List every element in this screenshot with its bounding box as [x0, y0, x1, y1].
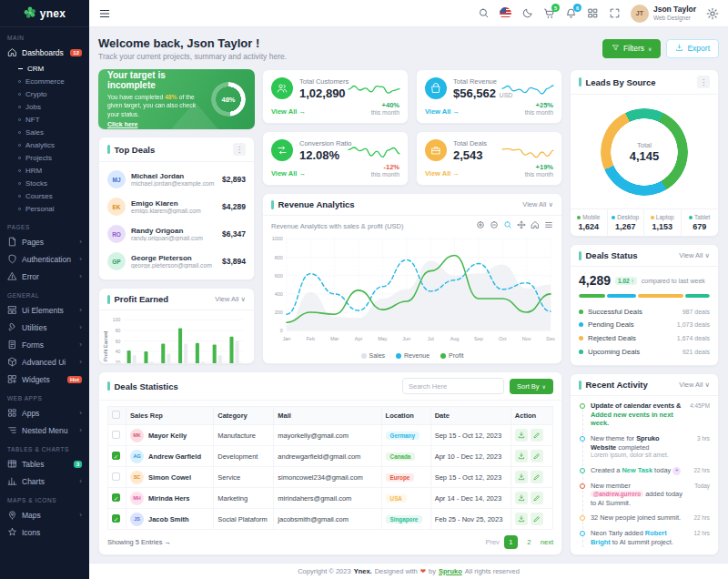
row-checkbox[interactable]: ✓	[112, 493, 120, 502]
us-flag-icon[interactable]	[500, 7, 511, 19]
fullscreen-icon[interactable]	[609, 7, 621, 19]
sidebar-item-ui-elements[interactable]: Ui Elements›	[0, 301, 89, 319]
sidebar-subitem-projects[interactable]: Projects	[0, 151, 89, 164]
sidebar-item-apps[interactable]: Apps›	[0, 404, 89, 422]
zoom-out-icon[interactable]	[490, 220, 499, 231]
click-here-link[interactable]: Click here	[107, 121, 137, 127]
download-button[interactable]	[515, 429, 528, 442]
row-checkbox[interactable]: ✓	[112, 452, 120, 460]
logo[interactable]: ynex	[0, 0, 89, 27]
activity-item[interactable]: 4:45PMUpdate of calendar events & Added …	[580, 401, 710, 434]
pagination-page-1[interactable]: 1	[504, 535, 518, 549]
apps-grid-icon[interactable]	[587, 7, 599, 19]
sidebar-item-widgets[interactable]: WidgetsHot	[0, 371, 89, 388]
legend-item-profit[interactable]: Profit	[440, 352, 463, 359]
activity-item[interactable]: TodayNew member @andrew.gurrero added to…	[580, 482, 710, 514]
download-button[interactable]	[515, 450, 528, 462]
download-button[interactable]	[515, 513, 528, 525]
view-all-link[interactable]: View All →	[271, 107, 306, 116]
top-deal-row[interactable]: GPGeorge Pietersongeorge.pieterson@gmail…	[107, 248, 246, 275]
moon-icon[interactable]	[521, 7, 533, 19]
top-deal-row[interactable]: RORandy Origoanrandy.origoan@gmail.com$6…	[107, 220, 246, 248]
profile-menu[interactable]: JT Json Taylor Web Designer	[631, 5, 696, 23]
view-all-link[interactable]: View All →	[271, 169, 306, 178]
sidebar-subitem-crm[interactable]: CRM	[0, 62, 89, 75]
column-header-sales-rep[interactable]: Sales Rep	[126, 407, 214, 425]
sidebar-item-utilities[interactable]: Utilities›	[0, 319, 89, 336]
sidebar-item-advanced-ui[interactable]: Advanced Ui›	[0, 353, 89, 371]
row-checkbox[interactable]	[112, 472, 120, 481]
profit-view-all[interactable]: View All ∨	[215, 295, 246, 303]
edit-button[interactable]	[531, 429, 543, 442]
column-header-date[interactable]: Date	[430, 407, 511, 425]
sidebar-item-authentication[interactable]: Authentication›	[0, 250, 89, 268]
edit-button[interactable]	[531, 471, 543, 483]
hamburger-icon[interactable]	[98, 7, 111, 20]
row-checkbox[interactable]	[112, 431, 120, 439]
sidebar-subitem-personal[interactable]: Personal	[0, 202, 89, 215]
gear-icon[interactable]	[706, 7, 719, 20]
pagination-prev[interactable]: Prev	[485, 538, 499, 546]
activity-item[interactable]: 3 hrsNew theme for Spruko Website comple…	[580, 434, 710, 466]
sort-by-button[interactable]: Sort By∨	[510, 379, 553, 394]
sidebar-item-forms[interactable]: Forms›	[0, 336, 89, 353]
reset-home-icon[interactable]	[531, 220, 540, 231]
activity-item[interactable]: 12 hrsNeon Tarly added Robert Bright to …	[580, 529, 710, 553]
export-button[interactable]: Export	[666, 39, 719, 58]
row-checkbox[interactable]: ✓	[112, 514, 120, 523]
sidebar-item-error[interactable]: Error›	[0, 268, 89, 285]
footer-designer-link[interactable]: Spruko	[439, 567, 462, 575]
select-all-checkbox[interactable]	[108, 407, 126, 425]
sidebar-subitem-stocks[interactable]: Stocks	[0, 177, 89, 189]
sidebar-item-charts[interactable]: Charts›	[0, 472, 89, 490]
top-deal-row[interactable]: MJMichael Jordanmichael.jordan@example.c…	[107, 166, 246, 193]
view-all-link[interactable]: View All →	[425, 169, 460, 178]
column-header-action[interactable]: Action	[511, 407, 552, 425]
activity-item[interactable]: 22 hrs32 New people joined summit.	[580, 513, 710, 529]
download-button[interactable]	[515, 492, 528, 504]
chart-menu-icon[interactable]	[544, 220, 553, 231]
sidebar-subitem-hrm[interactable]: HRM	[0, 164, 89, 177]
sidebar-subitem-crypto[interactable]: Crypto	[0, 87, 89, 100]
pagination-next[interactable]: next	[541, 538, 553, 546]
bell-icon[interactable]: 6	[565, 7, 577, 19]
activity-view-all[interactable]: View All ∨	[679, 381, 710, 389]
column-header-location[interactable]: Location	[381, 407, 430, 425]
search-icon[interactable]	[478, 7, 490, 19]
sidebar-item-tables[interactable]: Tables3	[0, 455, 89, 472]
view-all-link[interactable]: View All →	[425, 107, 460, 116]
deals-status-view-all[interactable]: View All ∨	[679, 251, 710, 259]
download-button[interactable]	[515, 471, 528, 483]
filters-button[interactable]: Filters ∨	[602, 39, 662, 58]
sidebar-subitem-ecommerce[interactable]: Ecommerce	[0, 75, 89, 87]
legend-item-revenue[interactable]: Revenue	[396, 352, 430, 359]
zoom-in-icon[interactable]	[476, 220, 485, 231]
sidebar-item-maps[interactable]: Maps›	[0, 506, 89, 523]
pagination-page-2[interactable]: 2	[522, 535, 536, 549]
cart-icon[interactable]: 5	[543, 7, 555, 19]
sidebar-item-pages[interactable]: Pages›	[0, 233, 89, 250]
sidebar-item-dashboards[interactable]: Dashboards12	[0, 44, 89, 61]
sidebar-subitem-sales[interactable]: Sales	[0, 126, 89, 138]
revenue-view-all[interactable]: View All ∨	[522, 200, 553, 208]
legend-item-sales[interactable]: Sales	[361, 352, 386, 359]
sidebar-subitem-nft[interactable]: NFT	[0, 113, 89, 126]
sidebar-subitem-analytics[interactable]: Analytics	[0, 138, 89, 151]
search-input[interactable]	[402, 378, 504, 394]
more-options-icon[interactable]: ⋮	[233, 143, 246, 156]
activity-item[interactable]: 4 hrsReplied to new support request ✓	[580, 553, 710, 554]
pan-icon[interactable]	[517, 220, 526, 231]
edit-button[interactable]	[531, 492, 543, 504]
edit-button[interactable]	[531, 513, 543, 525]
sidebar-subitem-courses[interactable]: Courses	[0, 189, 89, 202]
selection-zoom-icon[interactable]	[503, 220, 512, 231]
top-deal-row[interactable]: EKEmigo Kiarenemigo.kiaren@gmail.com$4,2…	[107, 193, 246, 220]
sidebar-subitem-jobs[interactable]: Jobs	[0, 100, 89, 113]
sidebar-item-icons[interactable]: Icons	[0, 523, 89, 541]
activity-item[interactable]: 22 hrsCreated a New Task today +	[580, 466, 710, 482]
edit-button[interactable]	[531, 450, 543, 462]
column-header-mail[interactable]: Mail	[274, 407, 381, 425]
more-options-icon[interactable]: ⋮	[697, 76, 710, 88]
sidebar-item-nested-menu[interactable]: Nested Menu›	[0, 422, 89, 439]
column-header-category[interactable]: Category	[214, 407, 274, 425]
